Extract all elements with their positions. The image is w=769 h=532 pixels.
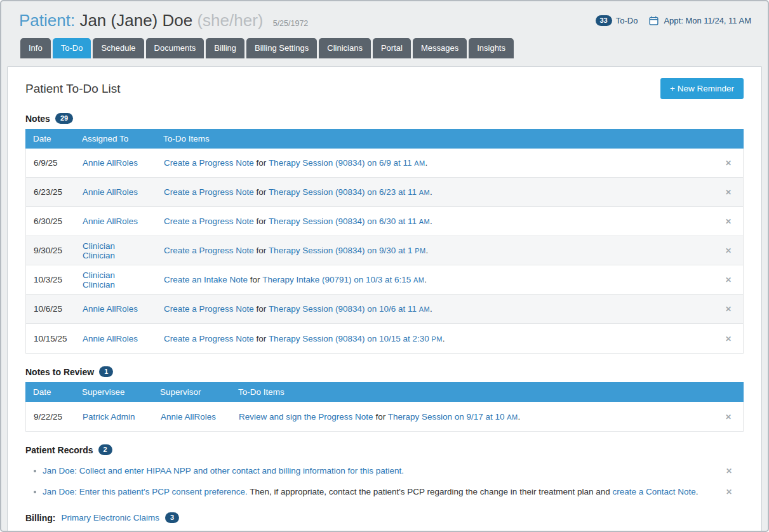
dismiss-icon[interactable]: ✕ <box>726 467 732 475</box>
todo-target-link[interactable]: Therapy Session (90834) on 9/30 at 1 PM <box>269 246 426 255</box>
notes-to-review-count-badge: 1 <box>99 366 113 377</box>
notes-to-review-section-heading: Notes to Review 1 <box>25 366 744 377</box>
notes-to-review-table: Date Supervisee Supervisor To-Do Items 9… <box>25 382 744 432</box>
record-text-wrap: Jan Doe: Enter this patient's PCP consen… <box>43 487 714 496</box>
patient-records-heading-label: Patient Records <box>25 445 93 455</box>
billing-count-badge: 3 <box>165 512 179 523</box>
assigned-to-link[interactable]: Annie AllRoles <box>83 334 138 343</box>
patient-records-count-badge: 2 <box>98 444 112 455</box>
dismiss-icon[interactable]: ✕ <box>725 276 732 284</box>
dismiss-icon[interactable]: ✕ <box>725 413 732 422</box>
billing-summary: Billing: Primary Electronic Claims 3 <box>25 512 744 523</box>
tab-info[interactable]: Info <box>20 38 51 58</box>
todo-action-link[interactable]: Review and sign the Progress Note <box>239 412 373 422</box>
tab-schedule[interactable]: Schedule <box>93 38 144 58</box>
assigned-to-link[interactable]: Annie AllRoles <box>83 304 138 314</box>
tab-messages[interactable]: Messages <box>413 38 467 58</box>
todo-target-link[interactable]: Therapy Session on 9/17 at 10 AM <box>388 412 518 422</box>
tab-clinicians[interactable]: Clinicians <box>319 38 371 58</box>
tab-portal[interactable]: Portal <box>373 38 411 58</box>
todo-date: 6/9/25 <box>26 158 75 168</box>
record-secondary-link[interactable]: create a Contact Note <box>612 487 695 496</box>
column-header-supervisee: Supervisee <box>74 382 152 402</box>
todo-target-link[interactable]: Therapy Session (90834) on 10/6 at 11 AM <box>269 304 430 314</box>
todo-target-link[interactable]: Therapy Intake (90791) on 10/3 at 6:15 A… <box>262 275 424 284</box>
notes-table: Date Assigned To To-Do Items 6/9/25 Anni… <box>25 129 744 354</box>
dismiss-icon[interactable]: ✕ <box>725 159 732 168</box>
todo-action-link[interactable]: Create an Intake Note <box>164 275 248 284</box>
table-row: 9/22/25 Patrick Admin Annie AllRoles Rev… <box>26 402 743 431</box>
todo-connector: for <box>257 187 267 197</box>
todo-connector: for <box>257 304 267 314</box>
notes-table-body: 6/9/25 Annie AllRoles Create a Progress … <box>25 149 744 354</box>
todo-date: 6/30/25 <box>26 216 75 226</box>
tab-billing[interactable]: Billing <box>206 38 244 58</box>
tab-insights[interactable]: Insights <box>469 38 514 58</box>
patient-label: Patient: <box>19 11 75 30</box>
supervisee-link[interactable]: Patrick Admin <box>83 412 135 422</box>
bullet-icon <box>34 491 36 493</box>
todo-action-link[interactable]: Create a Progress Note <box>164 246 254 255</box>
next-appointment-link[interactable]: Appt: Mon 11/24, 11 AM <box>649 16 751 25</box>
assigned-to-link[interactable]: Annie AllRoles <box>83 158 138 168</box>
record-link[interactable]: Jan Doe: Collect and enter HIPAA NPP and… <box>43 466 404 475</box>
patient-records-list: Jan Doe: Collect and enter HIPAA NPP and… <box>25 460 744 502</box>
todo-action-link[interactable]: Create a Progress Note <box>164 334 254 343</box>
header-quick-links: 33 To-Do Appt: Mon 11/24, 11 AM <box>596 11 752 26</box>
todo-date: 10/6/25 <box>26 304 75 314</box>
todo-action-link[interactable]: Create a Progress Note <box>164 187 254 197</box>
appointment-label: Appt: Mon 11/24, 11 AM <box>664 16 751 25</box>
todo-date: 9/30/25 <box>26 246 75 255</box>
patient-tabs: Info To-Do Schedule Documents Billing Bi… <box>1 38 768 58</box>
record-link[interactable]: Jan Doe: Enter this patient's PCP consen… <box>43 487 248 496</box>
todo-count-badge: 33 <box>596 15 612 26</box>
todo-date: 10/15/25 <box>26 334 75 343</box>
patient-pronouns: (she/her) <box>197 11 263 30</box>
assigned-to-link[interactable]: Clinician Clinician <box>83 241 115 260</box>
panel-title: Patient To-Do List <box>25 82 121 96</box>
dismiss-icon[interactable]: ✕ <box>725 305 732 314</box>
notes-section-heading: Notes 29 <box>25 113 744 124</box>
dismiss-icon[interactable]: ✕ <box>726 488 732 496</box>
notes-count-badge: 29 <box>55 113 73 124</box>
supervisor-link[interactable]: Annie AllRoles <box>161 412 216 422</box>
todo-date: 9/22/25 <box>26 412 75 422</box>
notes-to-review-table-body: 9/22/25 Patrick Admin Annie AllRoles Rev… <box>25 402 744 432</box>
panel-head: Patient To-Do List + New Reminder <box>25 78 744 99</box>
table-row: 6/9/25 Annie AllRoles Create a Progress … <box>26 149 743 178</box>
page-header: Patient: Jan (Jane) Doe (she/her) 5/25/1… <box>1 1 768 30</box>
assigned-to-link[interactable]: Annie AllRoles <box>83 187 138 197</box>
dismiss-icon[interactable]: ✕ <box>725 217 732 226</box>
billing-claims-link[interactable]: Primary Electronic Claims <box>61 513 159 522</box>
calendar-icon <box>649 16 659 25</box>
todo-summary-link[interactable]: 33 To-Do <box>596 15 638 26</box>
list-item: Jan Doe: Enter this patient's PCP consen… <box>25 481 744 502</box>
dismiss-icon[interactable]: ✕ <box>725 335 732 343</box>
dismiss-icon[interactable]: ✕ <box>725 246 732 255</box>
assigned-to-link[interactable]: Clinician Clinician <box>83 270 115 289</box>
assigned-to-link[interactable]: Annie AllRoles <box>83 216 138 226</box>
dismiss-icon[interactable]: ✕ <box>725 188 732 197</box>
todo-target-link[interactable]: Therapy Session (90834) on 6/23 at 11 AM <box>269 187 430 197</box>
column-header-date: Date <box>25 129 74 149</box>
todo-action-link[interactable]: Create a Progress Note <box>164 304 254 314</box>
todo-action-link[interactable]: Create a Progress Note <box>164 158 254 168</box>
todo-target-link[interactable]: Therapy Session (90834) on 6/30 at 11 AM <box>269 216 430 226</box>
tab-todo[interactable]: To-Do <box>53 38 91 58</box>
tab-documents[interactable]: Documents <box>146 38 204 58</box>
notes-to-review-table-header: Date Supervisee Supervisor To-Do Items <box>25 382 744 402</box>
todo-action-link[interactable]: Create a Progress Note <box>164 216 254 226</box>
table-row: 10/6/25 Annie AllRoles Create a Progress… <box>26 295 743 324</box>
todo-target-link[interactable]: Therapy Session (90834) on 6/9 at 11 AM <box>269 158 425 168</box>
list-item: Jan Doe: Collect and enter HIPAA NPP and… <box>25 460 744 481</box>
tab-billing-settings[interactable]: Billing Settings <box>246 38 317 58</box>
todo-connector: for <box>257 246 267 255</box>
new-reminder-button[interactable]: + New Reminder <box>660 78 744 99</box>
column-header-date: Date <box>25 382 74 402</box>
todo-target-link[interactable]: Therapy Session (90834) on 10/15 at 2:30… <box>269 334 443 343</box>
todo-connector: for <box>250 275 260 284</box>
todo-date: 6/23/25 <box>26 187 75 197</box>
record-text: Then, if appropriate, contact the patien… <box>250 487 610 496</box>
table-row: 10/15/25 Annie AllRoles Create a Progres… <box>26 324 743 353</box>
column-header-assigned-to: Assigned To <box>74 129 156 149</box>
